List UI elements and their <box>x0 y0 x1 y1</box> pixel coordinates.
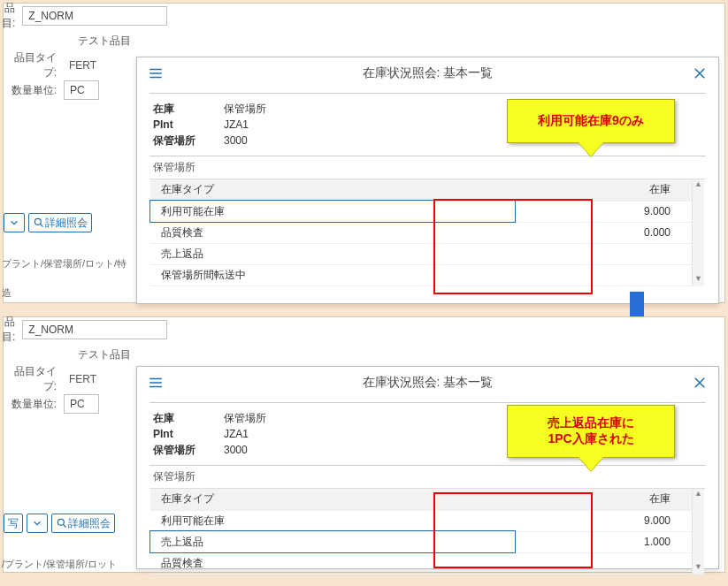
item-type-value: FERT <box>64 373 96 385</box>
qty-unit-input[interactable] <box>64 394 99 414</box>
row-label: 売上返品 <box>150 243 516 264</box>
menu-icon[interactable] <box>148 65 164 81</box>
info-plnt-label: PInt <box>153 428 224 440</box>
detail-search-label: 詳細照会 <box>68 516 111 531</box>
detail-search-label: 詳細照会 <box>45 216 88 231</box>
col-stock: 在庫 <box>515 489 692 510</box>
squiggle-button[interactable]: 写 <box>4 514 23 533</box>
callout-before: 利用可能在庫9のみ <box>507 99 675 143</box>
stock-table-after: 在庫タイプ在庫 利用可能在庫9.000売上返品1.000品質検査 <box>149 489 692 575</box>
info-plnt-label: PInt <box>153 118 224 131</box>
scroll-down-icon[interactable]: ▼ <box>694 562 704 575</box>
svg-line-1 <box>41 225 43 227</box>
table-row[interactable]: 売上返品1.000 <box>150 531 693 552</box>
qty-unit-input[interactable] <box>64 80 99 100</box>
table-row[interactable]: 保管場所間転送中 <box>150 264 693 285</box>
info-plnt-value: JZA1 <box>224 428 249 440</box>
row-value: 0.000 <box>515 222 692 243</box>
section-title: 保管場所 <box>149 466 706 489</box>
qty-unit-label: 数量単位: <box>2 397 64 412</box>
info-stock-value: 保管場所 <box>224 411 266 426</box>
table-row[interactable]: 利用可能在庫9.000 <box>150 201 693 222</box>
row-value: 1.000 <box>515 531 692 552</box>
before-panel: 品目: テスト品目 品目タイプ: FERT 数量単位: 詳細照会 プラント/保管… <box>3 3 725 303</box>
item-label: 品目: <box>2 1 22 31</box>
row-value <box>515 552 692 574</box>
row-label: 利用可能在庫 <box>150 510 516 531</box>
item-input[interactable] <box>22 320 167 339</box>
qty-unit-label: 数量単位: <box>2 83 64 98</box>
test-item-label: テスト品目 <box>73 34 131 49</box>
form-left: 品目: テスト品目 品目タイプ: FERT 数量単位: <box>2 4 148 103</box>
stock-table-before: 在庫タイプ在庫 利用可能在庫9.000品質検査0.000売上返品保管場所間転送中 <box>149 179 692 286</box>
breadcrumb-bottom: /プラント/保管場所/ロット <box>2 558 117 571</box>
info-plnt-value: JZA1 <box>224 118 249 131</box>
svg-point-0 <box>34 218 41 225</box>
scrollbar-vertical[interactable]: ▲ ▼ <box>692 179 704 286</box>
row-value <box>515 264 692 285</box>
item-type-label: 品目タイプ: <box>2 50 64 80</box>
row-value: 9.000 <box>515 201 692 222</box>
info-storage-label: 保管場所 <box>153 133 224 148</box>
callout-after: 売上返品在庫に 1PC入庫された <box>507 405 675 458</box>
breadcrumb-resume: 造 <box>2 286 11 300</box>
row-label: 売上返品 <box>150 531 516 552</box>
close-icon[interactable] <box>692 375 708 391</box>
close-icon[interactable] <box>692 65 708 81</box>
svg-point-2 <box>57 519 64 525</box>
scroll-down-icon[interactable]: ▼ <box>694 274 704 286</box>
scroll-up-icon[interactable]: ▲ <box>694 489 704 501</box>
dialog-title: 在庫状況照会: 基本一覧 <box>164 375 692 391</box>
menu-icon[interactable] <box>148 375 164 391</box>
col-type: 在庫タイプ <box>150 489 516 510</box>
row-label: 品質検査 <box>150 222 516 243</box>
chevron-down-icon[interactable] <box>4 213 25 232</box>
row-value <box>515 243 692 264</box>
info-stock-label: 在庫 <box>153 102 224 117</box>
info-storage-label: 保管場所 <box>153 443 224 458</box>
form-left-b: 品目: テスト品目 品目タイプ: FERT 数量単位: <box>2 317 148 416</box>
info-stock-label: 在庫 <box>153 411 224 426</box>
scroll-up-icon[interactable]: ▲ <box>694 179 704 192</box>
inventory-dialog-before: 在庫状況照会: 基本一覧 在庫保管場所 PIntJZA1 保管場所3000 保管… <box>136 57 719 304</box>
chevron-down-icon[interactable] <box>27 514 48 533</box>
table-row[interactable]: 品質検査0.000 <box>150 222 693 243</box>
table-row[interactable]: 品質検査 <box>150 552 693 574</box>
detail-search-button[interactable]: 詳細照会 <box>28 213 92 232</box>
scrollbar-vertical[interactable]: ▲ ▼ <box>692 489 704 575</box>
item-type-label: 品目タイプ: <box>2 364 64 394</box>
item-input[interactable] <box>22 6 167 26</box>
dialog-title: 在庫状況照会: 基本一覧 <box>164 65 692 81</box>
svg-line-3 <box>64 525 66 528</box>
callout-before-text: 利用可能在庫9のみ <box>538 113 644 129</box>
item-type-value: FERT <box>64 59 96 72</box>
row-label: 保管場所間転送中 <box>150 264 516 285</box>
test-item-label: テスト品目 <box>73 347 131 362</box>
row-value: 9.000 <box>515 510 692 531</box>
table-row[interactable]: 売上返品 <box>150 243 693 264</box>
row-label: 品質検査 <box>150 552 516 574</box>
breadcrumb-top: プラント/保管場所/ロット/特 <box>2 257 126 270</box>
detail-search-button[interactable]: 詳細照会 <box>51 514 115 533</box>
info-storage-value: 3000 <box>224 444 248 456</box>
callout-after-text: 売上返品在庫に 1PC入庫された <box>548 415 634 447</box>
info-storage-value: 3000 <box>224 134 248 147</box>
col-stock: 在庫 <box>515 179 692 201</box>
info-stock-value: 保管場所 <box>224 102 266 117</box>
inventory-dialog-after: 在庫状況照会: 基本一覧 在庫保管場所 PIntJZA1 保管場所3000 保管… <box>136 366 719 569</box>
item-label: 品目: <box>2 315 22 345</box>
table-row[interactable]: 利用可能在庫9.000 <box>150 510 693 531</box>
section-title: 保管場所 <box>149 156 706 179</box>
row-label: 利用可能在庫 <box>150 201 516 222</box>
col-type: 在庫タイプ <box>150 179 516 201</box>
